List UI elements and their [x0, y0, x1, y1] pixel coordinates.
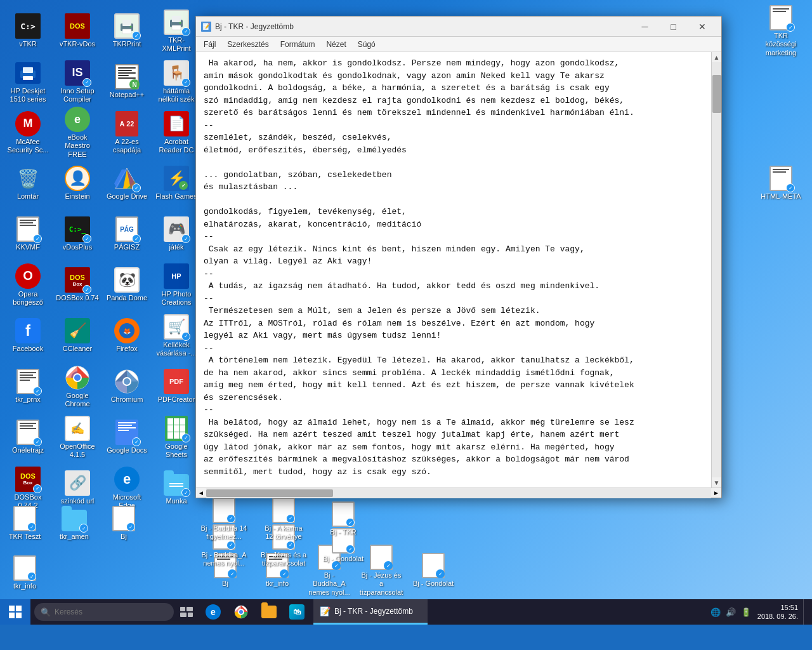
desktop-icon-panda-dome[interactable]: 🐼 Panda Dome: [102, 260, 152, 310]
desktop-icon-acrobat[interactable]: 📄 Acrobat Reader DC: [152, 108, 201, 157]
show-desktop-button[interactable]: [803, 599, 807, 625]
bottom-more-icons: ✓ Bj - Buddha 14 figyelmez... ✓ Bj - A k…: [195, 494, 372, 544]
window-titlebar: 📝 Bj - TKR - Jegyzettömb ─ □ ✕: [196, 17, 721, 37]
close-button[interactable]: ✕: [688, 17, 716, 37]
desktop-icon-ebook-maestro[interactable]: e eBook Maestro FREE: [53, 108, 102, 157]
desktop-icon-a22[interactable]: A 22 A 22-es csapdája: [102, 108, 152, 157]
desktop-icon-hp-photo[interactable]: HP HP Photo Creations: [152, 260, 201, 310]
desktop-icon-bj-tkr2[interactable]: ✓ Bj - TKR: [315, 494, 372, 544]
desktop-icon-tkr-marketing[interactable]: ✓ TKR közösségi marketing: [756, 6, 806, 56]
taskbar-pin-explorer[interactable]: [255, 599, 283, 625]
desktop-icon-vdosplus[interactable]: C:>_ ✓ vDosPlus: [53, 209, 102, 259]
scroll-up-button[interactable]: ▲: [712, 52, 722, 62]
notepad-title-icon: 📝: [201, 22, 211, 32]
desktop-icon-einstein[interactable]: 👤 Einstein: [53, 159, 102, 208]
svg-point-7: [180, 22, 181, 23]
svg-rect-26: [9, 613, 15, 618]
desktop-icons-area: C:> vTKR DOS vTKR-vDos ✓ TKRPrint: [0, 3, 204, 517]
svg-point-23: [124, 378, 130, 385]
desktop-icon-notepadpp[interactable]: N Notepad++: [102, 57, 152, 107]
desktop-icon-kkvmf[interactable]: ✓ KKVMF: [3, 209, 53, 259]
desktop-icon-hattamla[interactable]: 🪑 ✓ háttámla nélküli szék: [152, 57, 201, 107]
taskbar: 🔍 e: [0, 599, 812, 625]
desktop-icon-firefox[interactable]: 🦊 Firefox: [102, 311, 152, 361]
window-hscrollbar: ◄ ►: [196, 488, 721, 498]
desktop-icon-lomtar[interactable]: 🗑️ Lomtár: [3, 159, 53, 208]
desktop-icon-google-docs[interactable]: ✓ Google Docs: [102, 413, 152, 462]
desktop-icon-chromium[interactable]: Chromium: [102, 362, 152, 411]
desktop-icon-pagisz[interactable]: PÁG ✓ PÁGISZ: [102, 209, 152, 259]
hscroll-track[interactable]: [206, 488, 711, 498]
tray-network-icon[interactable]: 🌐: [709, 606, 722, 618]
maximize-button[interactable]: □: [659, 17, 688, 37]
search-icon: 🔍: [41, 607, 51, 617]
taskbar-search-box[interactable]: 🔍: [34, 603, 174, 621]
desktop-icon-hp-deskjet[interactable]: HP Deskjet 1510 series: [3, 57, 53, 107]
window-menubar: Fájl Szerkesztés Formátum Nézet Súgó: [196, 37, 721, 52]
menu-file[interactable]: Fájl: [199, 39, 221, 50]
scrollbar-track[interactable]: [712, 62, 722, 477]
desktop-icon-vtKR[interactable]: C:> vTKR: [3, 6, 53, 56]
tray-clock[interactable]: 15:51 2018. 09. 26.: [757, 603, 801, 621]
desktop-icon-facebook[interactable]: f Facebook: [3, 311, 53, 361]
svg-rect-10: [23, 76, 33, 80]
start-button[interactable]: [0, 599, 30, 625]
desktop-icon-kellek[interactable]: 🛒 ✓ Kellékek vásárlása -...: [152, 311, 201, 361]
scroll-down-button[interactable]: ▼: [712, 477, 722, 488]
desktop-icon-dosbox074[interactable]: DOSBox ✓ DOSBox 0.74: [53, 260, 102, 310]
taskbar-pin-edge[interactable]: e: [199, 599, 227, 625]
hscroll-thumb[interactable]: [206, 489, 333, 497]
taskbar-open-apps: 📝 Bj - TKR - Jegyzettömb: [311, 599, 704, 625]
taskbar-pin-store[interactable]: 🛍: [283, 599, 311, 625]
svg-rect-27: [16, 613, 22, 618]
clock-date: 2018. 09. 26.: [757, 612, 798, 621]
taskbar-search-input[interactable]: [55, 607, 162, 616]
minimize-button[interactable]: ─: [631, 17, 659, 37]
svg-point-19: [74, 375, 81, 381]
window-content: Ha akarod, ha nem, akkor is gondolkodsz.…: [196, 52, 721, 488]
menu-help[interactable]: Súgó: [353, 39, 381, 50]
desktop-icon-bj-gondolat[interactable]: ✓ Bj - Gondolat: [409, 546, 458, 595]
desktop-icon-tkr-amen[interactable]: ✓ tkr_amen: [49, 499, 99, 548]
svg-point-3: [130, 26, 132, 28]
desktop-icon-google-drive[interactable]: ✓ Google Drive: [102, 159, 152, 208]
desktop-icon-google-sheets[interactable]: ✓ Google Sheets: [152, 413, 201, 462]
desktop-icon-mcafee[interactable]: M McAfee Security Sc...: [3, 108, 53, 157]
tray-battery-icon[interactable]: 🔋: [740, 606, 752, 618]
desktop-icon-tkr-prnx[interactable]: ✓ tkr_prnx: [3, 362, 53, 411]
taskbar-app-notepad[interactable]: 📝 Bj - TKR - Jegyzettömb: [313, 599, 428, 625]
desktop-icon-bj2[interactable]: ✓ Bj: [99, 499, 148, 548]
window-controls: ─ □ ✕: [631, 17, 716, 37]
svg-rect-30: [180, 613, 187, 617]
svg-rect-29: [187, 607, 193, 611]
desktop-icon-tkr-teszt[interactable]: ✓ TKR Teszt: [0, 499, 49, 548]
scrollbar-thumb[interactable]: [712, 75, 721, 113]
desktop-icon-openoffice[interactable]: ✍️ OpenOffice 4.1.5: [53, 413, 102, 462]
desktop-icon-bj-karma[interactable]: ✓ Bj - A karma 12 törvénye: [255, 494, 312, 544]
desktop-icon-inno-setup[interactable]: IS ✓ Inno Setup Compiler: [53, 57, 102, 107]
desktop-icon-jatek[interactable]: 🎮 ✓ játék: [152, 209, 201, 259]
desktop-icon-pdfcreator[interactable]: PDF PDFCreator: [152, 362, 201, 411]
svg-rect-24: [9, 606, 15, 611]
desktop-icon-oneletrajz[interactable]: ✓ Önéletrajz: [3, 413, 53, 462]
menu-edit[interactable]: Szerkesztés: [222, 39, 273, 50]
tray-volume-icon[interactable]: 🔊: [724, 606, 737, 618]
menu-view[interactable]: Nézet: [321, 39, 351, 50]
desktop-icon-opera[interactable]: O Opera böngésző: [3, 260, 53, 310]
desktop-icon-flash-games[interactable]: ⚡ ✓ Flash Games: [152, 159, 201, 208]
desktop-icon-google-chrome[interactable]: Google Chrome: [53, 362, 102, 411]
desktop-icon-ccleaner[interactable]: 🧹 CCleaner: [53, 311, 102, 361]
hscroll-right-button[interactable]: ►: [711, 488, 721, 498]
menu-format[interactable]: Formátum: [275, 39, 320, 50]
notepad-text-area[interactable]: Ha akarod, ha nem, akkor is gondolkodsz.…: [196, 52, 711, 488]
desktop-icon-bj-buddha14[interactable]: ✓ Bj - Buddha 14 figyelmez...: [195, 494, 252, 544]
desktop-icon-tkr-info2[interactable]: ✓ tkr_info: [0, 548, 49, 598]
taskbar-pin-chrome[interactable]: [227, 599, 255, 625]
svg-rect-1: [122, 20, 131, 26]
desktop-icon-tkr-xmlprint[interactable]: ✓ TKR-XMLPrint: [152, 6, 201, 56]
desktop-icon-vtkr-vdos[interactable]: DOS vTKR-vDos: [53, 6, 102, 56]
task-view-button[interactable]: [174, 599, 199, 625]
hscroll-left-button[interactable]: ◄: [196, 488, 206, 498]
desktop-icon-tkrprint[interactable]: ✓ TKRPrint: [102, 6, 152, 56]
desktop-icon-html-meta[interactable]: ✓ HTML-META: [756, 159, 806, 208]
